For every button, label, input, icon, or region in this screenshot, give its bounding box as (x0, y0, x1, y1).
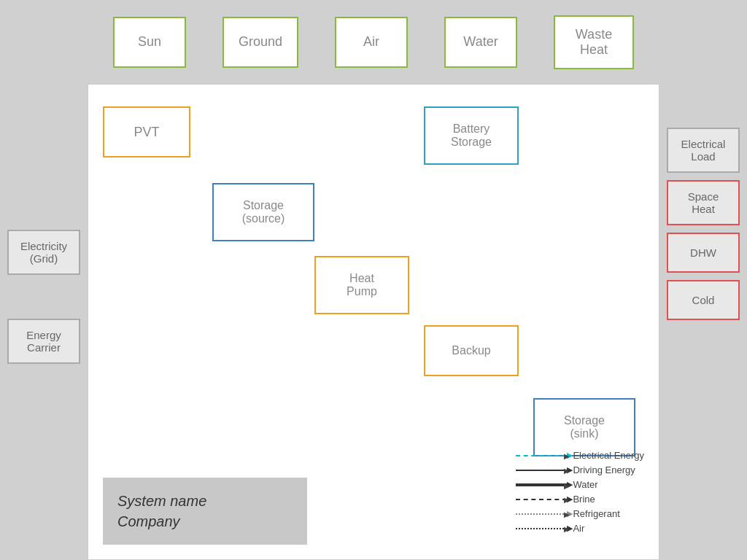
source-sun[interactable]: Sun (113, 17, 186, 68)
source-ground[interactable]: Ground (222, 17, 298, 68)
storage-sink-label: Storage(sink) (564, 414, 605, 440)
battery-storage-label: BatteryStorage (451, 122, 492, 149)
energy-carrier-label: EnergyCarrier (7, 319, 80, 364)
legend-refrigerant: ▶ Refrigerant (516, 508, 644, 519)
legend-brine-label: Brine (573, 494, 595, 505)
pvt-component[interactable]: PVT (103, 106, 190, 158)
source-air-label: Air (363, 34, 379, 50)
system-name-box: System name Company (103, 478, 307, 545)
legend-water-label: Water (573, 479, 597, 490)
battery-storage-component[interactable]: BatteryStorage (424, 106, 519, 165)
source-water-label: Water (463, 34, 498, 50)
source-waste-heat-label: WasteHeat (576, 27, 612, 58)
legend: ▶ Electrical Energy ▶ Driving Energy ▶ W… (516, 450, 644, 537)
source-waste-heat[interactable]: WasteHeat (554, 15, 634, 69)
company-name: Company (117, 513, 180, 529)
storage-source-label: Storage(source) (242, 199, 285, 225)
source-water[interactable]: Water (444, 17, 517, 68)
space-heat-label: SpaceHeat (667, 180, 740, 225)
right-sidebar: ElectricalLoad SpaceHeat DHW Cold (659, 84, 747, 560)
dhw-label: DHW (667, 233, 740, 273)
legend-driving-label: Driving Energy (573, 464, 635, 475)
source-air[interactable]: Air (335, 17, 408, 68)
legend-brine: ▶ Brine (516, 494, 644, 505)
source-sun-label: Sun (138, 34, 161, 50)
legend-line-refrigerant: ▶ (516, 513, 567, 515)
corner-top-left (0, 0, 88, 84)
legend-air-label: Air (573, 523, 584, 534)
legend-line-air: ▶ (516, 528, 567, 529)
pvt-label: PVT (133, 125, 159, 140)
heat-pump-component[interactable]: HeatPump (314, 256, 409, 314)
legend-air: ▶ Air (516, 523, 644, 534)
cold-label: Cold (667, 280, 740, 320)
left-sidebar: Electricity(Grid) EnergyCarrier (0, 84, 88, 560)
main-canvas: PVT BatteryStorage Storage(source) HeatP… (88, 84, 659, 560)
legend-electrical-label: Electrical Energy (573, 450, 644, 461)
system-name: System name (117, 493, 206, 509)
electricity-grid-label: Electricity(Grid) (7, 230, 80, 275)
storage-source-component[interactable]: Storage(source) (212, 183, 314, 241)
backup-label: Backup (452, 344, 490, 357)
electrical-load-label: ElectricalLoad (667, 128, 740, 173)
backup-component[interactable]: Backup (424, 325, 519, 376)
legend-line-water: ▶ (516, 483, 567, 486)
legend-line-brine: ▶ (516, 499, 567, 500)
sources-row: Sun Ground Air Water WasteHeat (88, 0, 659, 84)
system-name-text: System name Company (117, 491, 293, 532)
heat-pump-label: HeatPump (347, 272, 377, 298)
legend-driving-energy: ▶ Driving Energy (516, 464, 644, 475)
legend-refrigerant-label: Refrigerant (573, 508, 619, 519)
corner-top-right (659, 0, 747, 84)
legend-water: ▶ Water (516, 479, 644, 490)
legend-line-electrical: ▶ (516, 455, 567, 456)
main-layout: Sun Ground Air Water WasteHeat Electrici… (0, 0, 747, 560)
storage-sink-component[interactable]: Storage(sink) (533, 398, 635, 456)
source-ground-label: Ground (239, 34, 282, 50)
legend-electrical-energy: ▶ Electrical Energy (516, 450, 644, 461)
legend-line-driving: ▶ (516, 470, 567, 471)
